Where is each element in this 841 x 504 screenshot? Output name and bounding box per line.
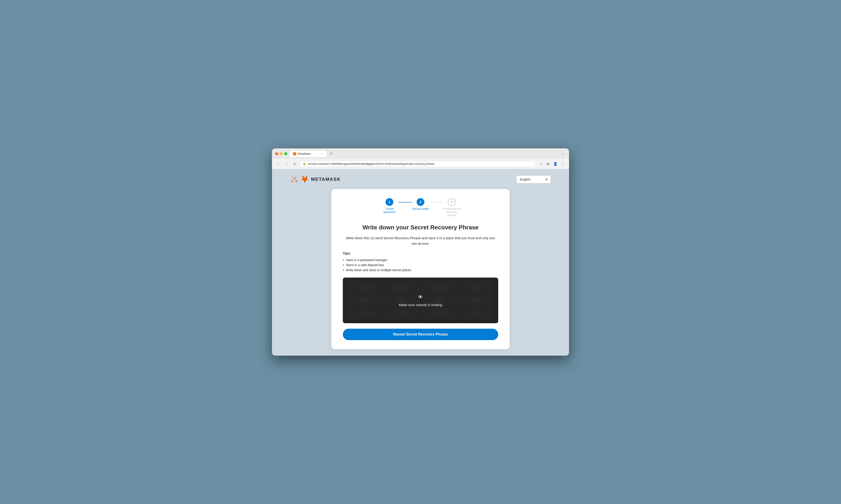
page-description: Write down this 12-word Secret Recovery … (343, 235, 498, 246)
language-chevron-icon: ▾ (546, 178, 547, 181)
step-1-circle: 1 (385, 198, 393, 206)
metamask-header: 🦊 METAMASK English ▾ (284, 175, 557, 183)
tip-3: Write down and store in multiple secret … (343, 268, 498, 272)
step-3-circle: 3 (448, 198, 456, 206)
reveal-recovery-phrase-button[interactable]: Reveal Secret Recovery Phrase (343, 329, 498, 340)
fox-emoji-icon: 🦊 (301, 176, 309, 183)
title-bar: 🦊 MetaMask × + ⌄ (272, 148, 569, 159)
tab-favicon: 🦊 (293, 152, 296, 156)
tip-2: Store in a safe deposit box (343, 263, 498, 268)
recovery-phrase-blur-box: word phrase secret trust wallet access c… (343, 277, 498, 323)
nav-bar: ← → ↻ 🔒 chrome-extension://nkbihfbeogaea… (272, 159, 569, 169)
step-connector-1 (398, 202, 412, 202)
fox-logo-icon (290, 175, 298, 183)
step-1: 1 Create password (380, 198, 398, 214)
step-2-label: Secure wallet (412, 207, 429, 211)
tips-section: Tips: Save in a password manager Store i… (343, 251, 498, 272)
step-3-label: Confirm secret recovery phrase (443, 207, 461, 217)
step-2-circle: 2 (417, 198, 424, 206)
step-3: 3 Confirm secret recovery phrase (443, 198, 461, 217)
close-button[interactable] (275, 152, 278, 155)
blur-overlay: 👁 Make sure nobody is looking (343, 277, 498, 323)
tab-more-button[interactable]: ⌄ (560, 151, 566, 157)
step-1-label: Create password (380, 207, 398, 214)
more-button[interactable]: ⋮ (560, 161, 566, 167)
step-connector-2 (429, 202, 443, 202)
address-text: chrome-extension://nkbihfbeogaeaoehlefnk… (308, 162, 533, 165)
browser-content: 🦊 METAMASK English ▾ 1 Create password (272, 169, 569, 356)
blur-message: Make sure nobody is looking (399, 303, 442, 307)
tips-label: Tips: (343, 251, 498, 255)
extensions-button[interactable]: ⧉ (545, 161, 551, 167)
tip-1: Save in a password manager (343, 257, 498, 263)
tips-list: Save in a password manager Store in a sa… (343, 257, 498, 272)
tab-title-text: MetaMask (298, 152, 319, 156)
metamask-logo: 🦊 METAMASK (290, 175, 341, 183)
new-tab-button[interactable]: + (328, 151, 334, 157)
refresh-button[interactable]: ↻ (292, 161, 298, 167)
browser-window: 🦊 MetaMask × + ⌄ ← → ↻ 🔒 chrome-extensio… (272, 148, 569, 356)
tab-close-button[interactable]: × (320, 152, 324, 156)
nav-actions: ☆ ⧉ 👤 ⋮ (537, 161, 566, 167)
bookmark-button[interactable]: ☆ (537, 161, 544, 167)
language-value: English (520, 178, 530, 181)
svg-text:🦊: 🦊 (294, 153, 296, 155)
forward-button[interactable]: → (284, 161, 290, 167)
maximize-button[interactable] (284, 152, 287, 155)
traffic-lights (275, 152, 287, 155)
address-bar[interactable]: 🔒 chrome-extension://nkbihfbeogaeaoehlef… (300, 161, 536, 167)
main-card: 1 Create password 2 Secure wallet 3 (331, 189, 510, 349)
language-selector[interactable]: English ▾ (516, 176, 551, 183)
active-tab[interactable]: 🦊 MetaMask × (290, 151, 327, 157)
minimize-button[interactable] (280, 152, 283, 155)
back-button[interactable]: ← (275, 161, 281, 167)
eye-icon: 👁 (418, 294, 423, 300)
page-title: Write down your Secret Recovery Phrase (343, 224, 498, 232)
tab-bar: 🦊 MetaMask × + ⌄ (290, 151, 566, 157)
step-2: 2 Secure wallet (412, 198, 429, 211)
profile-button[interactable]: 👤 (552, 161, 559, 167)
metamask-brand-name: METAMASK (311, 177, 341, 182)
address-lock-icon: 🔒 (303, 162, 306, 165)
progress-steps: 1 Create password 2 Secure wallet 3 (343, 198, 498, 217)
